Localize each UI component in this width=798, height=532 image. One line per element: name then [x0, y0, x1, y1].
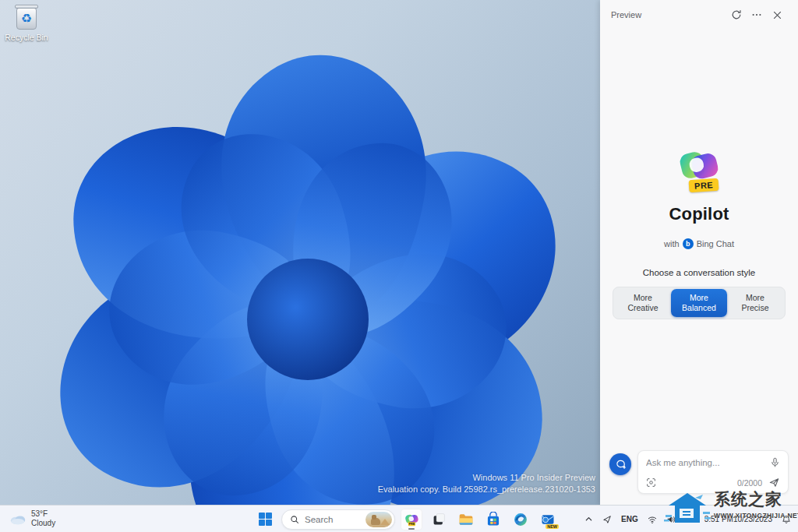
subtitle-prefix: with — [664, 239, 680, 248]
screenshot-button[interactable] — [646, 477, 656, 488]
recycle-bin-icon: ♻ — [15, 5, 38, 31]
insider-build-watermark: Windows 11 Pro Insider Preview Evaluatio… — [378, 472, 595, 495]
battery-indicator[interactable] — [681, 509, 699, 530]
weather-condition: Cloudy — [31, 519, 55, 528]
tray-date: 10/23/2023 — [733, 515, 772, 524]
file-explorer-button[interactable] — [455, 509, 477, 530]
conversation-style-chooser: Choose a conversation style More Creativ… — [600, 268, 798, 319]
taskbar-search[interactable]: Search — [281, 509, 395, 530]
notification-center-button[interactable] — [778, 509, 795, 530]
recycle-bin[interactable]: ♻ Recycle Bin — [5, 5, 48, 42]
wifi-icon — [648, 515, 657, 524]
send-icon — [768, 477, 780, 488]
ask-input-card: 0/2000 — [637, 450, 789, 494]
speaker-icon — [666, 515, 676, 524]
copilot-header: Preview — [600, 0, 798, 30]
location-indicator[interactable] — [598, 509, 616, 530]
new-topic-button[interactable] — [609, 453, 631, 475]
outlook-new-button[interactable]: NEW — [537, 509, 559, 530]
search-daily-image — [365, 512, 392, 527]
edge-button[interactable] — [510, 509, 531, 530]
copilot-subtitle: with b Bing Chat — [600, 238, 798, 249]
chat-input-area: 0/2000 — [600, 450, 798, 494]
edge-icon — [513, 512, 528, 527]
search-icon — [290, 515, 299, 524]
screenshot-icon — [646, 477, 656, 488]
taskbar: 53°F Cloudy Search — [0, 505, 798, 532]
taskbar-copilot-button[interactable]: PRE — [401, 509, 422, 530]
volume-indicator[interactable] — [662, 509, 680, 530]
style-option-balanced[interactable]: More Balanced — [671, 289, 727, 317]
battery-icon — [685, 515, 695, 524]
svg-text:PRE: PRE — [408, 523, 415, 526]
refresh-button[interactable] — [726, 5, 747, 25]
style-chooser-heading: Choose a conversation style — [600, 268, 798, 277]
copilot-taskbar-icon: PRE — [404, 512, 419, 527]
refresh-icon — [731, 9, 742, 20]
char-counter: 0/2000 — [656, 478, 762, 488]
copilot-sidebar: Preview — [600, 0, 798, 505]
search-placeholder: Search — [305, 515, 360, 524]
chevron-up-icon — [584, 515, 593, 523]
location-arrow-icon — [602, 515, 612, 524]
bing-icon: b — [683, 238, 694, 249]
task-view-icon — [432, 512, 447, 527]
microsoft-store-button[interactable] — [482, 509, 504, 530]
close-button[interactable] — [767, 5, 787, 25]
microphone-button[interactable] — [770, 457, 780, 467]
close-icon — [772, 10, 782, 20]
style-option-precise[interactable]: More Precise — [727, 289, 783, 317]
style-options-row: More Creative More Balanced More Precise — [613, 287, 786, 319]
task-view-button[interactable] — [428, 509, 450, 530]
microphone-icon — [770, 457, 780, 467]
watermark-line2: Evaluation copy. Build 25982.rs_prerelea… — [378, 484, 595, 495]
recycle-bin-label: Recycle Bin — [5, 33, 48, 42]
ask-input[interactable] — [646, 458, 770, 467]
microsoft-store-icon — [486, 512, 501, 527]
ellipsis-icon — [751, 9, 762, 20]
wifi-indicator[interactable] — [644, 509, 661, 530]
bell-icon — [782, 515, 791, 524]
preview-label: Preview — [611, 10, 641, 19]
subtitle-brand: Bing Chat — [697, 239, 734, 248]
language-indicator[interactable]: ENG — [617, 509, 642, 530]
outlook-new-badge: NEW — [546, 524, 559, 529]
copilot-logo: PRE — [676, 145, 722, 190]
copilot-title: Copilot — [600, 204, 798, 224]
weather-temp: 53°F — [31, 509, 55, 519]
screen: ♻ Recycle Bin Windows 11 Pro Insider Pre… — [0, 0, 798, 532]
tray-time: 3:51 PM — [704, 515, 733, 524]
cloudy-icon — [9, 513, 26, 525]
windows-bloom-wallpaper — [0, 0, 600, 505]
watermark-line1: Windows 11 Pro Insider Preview — [378, 472, 595, 484]
file-explorer-icon — [458, 512, 474, 527]
tray-chevron-button[interactable] — [581, 509, 597, 530]
weather-widget[interactable]: 53°F Cloudy — [5, 508, 60, 530]
send-button[interactable] — [768, 477, 780, 488]
desktop-wallpaper: ♻ Recycle Bin Windows 11 Pro Insider Pre… — [0, 0, 600, 505]
start-button[interactable] — [254, 509, 276, 530]
more-options-button[interactable] — [747, 5, 767, 25]
windows-start-icon — [259, 513, 272, 526]
style-option-creative[interactable]: More Creative — [615, 289, 671, 317]
clock[interactable]: 3:51 PM 10/23/2023 — [701, 509, 776, 530]
copilot-hero: PRE Copilot with b Bing Chat — [600, 145, 798, 249]
pre-badge: PRE — [689, 178, 719, 193]
new-chat-icon — [615, 459, 627, 470]
